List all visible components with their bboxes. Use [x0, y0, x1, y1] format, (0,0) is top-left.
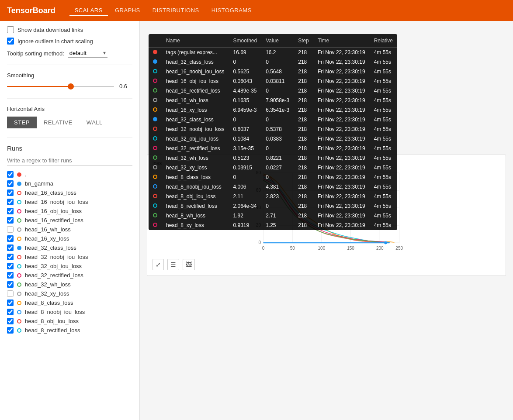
divider-2: [7, 98, 132, 99]
run-item: head_16_rectified_loss: [7, 217, 132, 224]
tooltip-cell: 0.6037: [229, 124, 261, 134]
tooltip-sorting-select-wrapper[interactable]: default ascending descending: [68, 49, 107, 58]
ignore-outliers-checkbox[interactable]: [7, 38, 14, 45]
tooltip-cell: 4.006: [229, 182, 261, 192]
tooltip-row: head_32_wh_loss0.51230.8221218Fri Nov 22…: [149, 153, 397, 163]
run-color-indicator: [17, 301, 21, 305]
run-checkbox[interactable]: [7, 226, 14, 233]
show-download-row: Show data download links: [7, 26, 132, 33]
tooltip-cell: 0.03811: [261, 76, 294, 86]
run-list: .bn_gammahead_16_class_losshead_16_noobj…: [7, 171, 132, 334]
tooltip-row: head_32_noobj_iou_loss0.60370.5378218Fri…: [149, 124, 397, 134]
tooltip-cell: 0.0227: [261, 163, 294, 172]
tooltip-cell: 4m 55s: [370, 153, 397, 163]
run-label: head_32_rectified_loss: [25, 272, 83, 279]
run-checkbox[interactable]: [7, 281, 14, 288]
tooltip-row: head_16_noobj_iou_loss0.56250.5648218Fri…: [149, 67, 397, 76]
runs-filter-input[interactable]: [7, 155, 132, 166]
tooltip-cell: 218: [294, 115, 313, 124]
run-checkbox[interactable]: [7, 263, 14, 269]
tooltip-cell: 218: [294, 67, 313, 76]
tooltip-cell: 218: [294, 144, 313, 153]
tooltip-cell: head_16_wh_loss: [162, 96, 229, 105]
run-checkbox[interactable]: [7, 235, 14, 242]
tooltip-dot-cell: [149, 182, 162, 192]
run-label: head_8_rectified_loss: [25, 327, 80, 334]
tooltip-dot-cell: [149, 172, 162, 182]
axis-btn-wall[interactable]: WALL: [80, 117, 110, 128]
tooltip-cell: Fri Nov 22, 23:30:19: [313, 192, 370, 201]
tooltip-cell: Fri Nov 22, 23:30:19: [313, 172, 370, 182]
nav-graphs[interactable]: GRAPHS: [110, 5, 146, 16]
run-checkbox[interactable]: [7, 327, 14, 334]
run-checkbox[interactable]: [7, 217, 14, 224]
tooltip-cell: 218: [294, 163, 313, 172]
run-checkbox[interactable]: [7, 189, 14, 196]
tooltip-cell: head_32_xy_loss: [162, 163, 229, 172]
tooltip-header-row: Name Smoothed Value Step Time Relative: [149, 34, 397, 48]
tooltip-dot-cell: [149, 211, 162, 220]
run-checkbox[interactable]: [7, 318, 14, 324]
axis-btn-relative[interactable]: RELATIVE: [37, 117, 80, 128]
run-label: head_8_obj_iou_loss: [25, 318, 79, 324]
run-checkbox[interactable]: [7, 199, 14, 205]
smoothing-section: Smoothing 0.6: [7, 72, 132, 90]
run-color-indicator: [17, 282, 21, 287]
run-checkbox[interactable]: [7, 208, 14, 214]
tooltip-cell: 218: [294, 220, 313, 230]
tooltip-cell: Fri Nov 22, 23:30:19: [313, 96, 370, 105]
run-color-indicator: [17, 237, 21, 241]
show-download-checkbox[interactable]: [7, 26, 14, 33]
list-button[interactable]: ☰: [167, 259, 179, 270]
tooltip-cell: Fri Nov 22, 23:30:19: [313, 201, 370, 211]
ignore-outliers-label: Ignore outliers in chart scaling: [17, 38, 93, 45]
run-item: bn_gamma: [7, 180, 132, 187]
run-checkbox[interactable]: [7, 244, 14, 251]
tooltip-cell: 218: [294, 96, 313, 105]
tooltip-thead: Name Smoothed Value Step Time Relative: [149, 34, 397, 48]
run-checkbox[interactable]: [7, 290, 14, 297]
nav-scalars[interactable]: SCALARS: [69, 5, 108, 16]
run-checkbox[interactable]: [7, 309, 14, 315]
tooltip-table: Name Smoothed Value Step Time Relative t…: [149, 34, 397, 230]
tooltip-sorting-select[interactable]: default ascending descending: [68, 49, 107, 58]
tooltip-dot-cell: [149, 220, 162, 230]
run-item: head_32_wh_loss: [7, 281, 132, 288]
run-checkbox[interactable]: [7, 272, 14, 279]
nav-distributions[interactable]: DISTRIBUTIONS: [147, 5, 205, 16]
run-color-indicator: [17, 172, 21, 177]
col-smoothed: Smoothed: [229, 34, 261, 48]
tooltip-cell: 0: [229, 172, 261, 182]
expand-button[interactable]: ⤢: [153, 259, 164, 270]
run-color-indicator: [17, 328, 21, 333]
nav-histograms[interactable]: HISTOGRAMS: [206, 5, 257, 16]
run-item: head_8_obj_iou_loss: [7, 318, 132, 324]
tooltip-dot-cell: [149, 115, 162, 124]
tooltip-cell: Fri Nov 22, 23:30:19: [313, 76, 370, 86]
run-color-indicator: [17, 182, 21, 186]
run-color-indicator: [17, 273, 21, 278]
tooltip-cell: 218: [294, 48, 313, 58]
axis-btn-step[interactable]: STEP: [7, 117, 37, 128]
ignore-outliers-row: Ignore outliers in chart scaling: [7, 38, 132, 45]
tooltip-cell: 4.381: [261, 182, 294, 192]
run-checkbox[interactable]: [7, 300, 14, 306]
tooltip-cell: 0.1084: [229, 134, 261, 144]
run-checkbox[interactable]: [7, 254, 14, 260]
hover-tooltip: Name Smoothed Value Step Time Relative t…: [149, 34, 397, 230]
tooltip-row: tags (regular expres...16.6916.2218Fri N…: [149, 48, 397, 58]
tooltip-dot-cell: [149, 144, 162, 153]
run-item: head_8_noobj_iou_loss: [7, 309, 132, 315]
run-label: bn_gamma: [25, 180, 53, 187]
tooltip-dot-cell: [149, 105, 162, 115]
divider-3: [7, 137, 132, 138]
run-checkbox[interactable]: [7, 171, 14, 178]
run-checkbox[interactable]: [7, 180, 14, 187]
image-button[interactable]: 🖼: [183, 259, 195, 270]
tooltip-row: head_16_xy_loss6.9459e-36.3541e-3218Fri …: [149, 105, 397, 115]
smoothing-slider[interactable]: [7, 86, 114, 87]
svg-text:0: 0: [258, 240, 261, 245]
smoothing-value: 0.6: [119, 83, 132, 90]
tooltip-cell: 2.064e-34: [229, 201, 261, 211]
tooltip-cell: head_32_class_loss: [162, 115, 229, 124]
